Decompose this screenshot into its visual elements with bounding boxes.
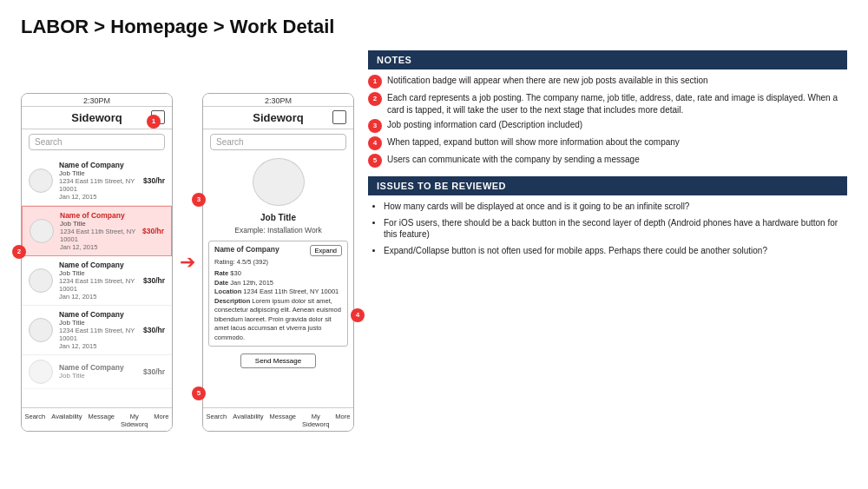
card4-title: Job Title: [59, 319, 137, 327]
note-badge-3: 3: [368, 119, 382, 133]
note-5-text: Users can communicate with the company b…: [387, 154, 640, 166]
avatar-2: [30, 219, 54, 243]
phone2-search[interactable]: Search: [210, 134, 346, 150]
job-card-4[interactable]: Name of Company Job Title 1234 East 11th…: [22, 306, 172, 355]
footer1-more[interactable]: More: [154, 413, 168, 428]
rate-value: $30: [230, 269, 241, 277]
note-badge-4: 4: [368, 136, 382, 150]
issue-1: How many cards will be displayed at once…: [384, 201, 847, 213]
card2-date: Jan 12, 2015: [60, 243, 136, 251]
footer2-message[interactable]: Message: [270, 413, 296, 428]
location-value: 1234 East 11th Street, NY 10001: [243, 287, 339, 295]
note-2-text: Each card represents a job posting. The …: [387, 92, 847, 116]
phone2: 2:30PM Sideworq Search Job Title Example…: [202, 93, 354, 432]
card5-company: Name of Company: [59, 363, 137, 372]
notes-list: 1 Notification badge will appear when th…: [368, 75, 847, 168]
issue-3: Expand/Collapse button is not often used…: [384, 245, 847, 257]
phone2-header-box: [332, 110, 346, 124]
detail-image: [253, 158, 305, 206]
card4-date: Jan 12, 2015: [59, 342, 137, 350]
detail-job-subtitle: Example: Installation Work: [208, 226, 348, 235]
card1-address: 1234 East 11th Street, NY 10001: [59, 177, 137, 193]
send-message-button[interactable]: Send Message: [240, 354, 316, 368]
description-label: Description: [214, 297, 250, 305]
card3-rate: $30/hr: [143, 276, 165, 285]
expand-button[interactable]: Expand: [310, 245, 342, 256]
issue-2: For iOS users, there should be a back bu…: [384, 217, 847, 241]
detail-company-name: Name of Company: [214, 245, 279, 255]
card1-rate: $30/hr: [143, 176, 165, 185]
card5-title: Job Title: [59, 372, 137, 380]
phone1-search[interactable]: Search: [29, 134, 165, 150]
badge-3: 3: [192, 193, 206, 207]
page-container: LABOR > Homepage > Work Detail 2 2:30PM …: [0, 0, 868, 489]
note-2: 2 Each card represents a job posting. Th…: [368, 92, 847, 116]
card4-company: Name of Company: [59, 310, 137, 319]
note-badge-1: 1: [368, 75, 382, 89]
notes-header: NOTES: [368, 50, 847, 69]
detail-job-title: Job Title: [208, 213, 348, 222]
date-label: Date: [214, 279, 228, 287]
issues-section: ISSUES TO BE REVIEWED How many cards wil…: [368, 176, 847, 256]
footer1-mysidworq[interactable]: MySideworq: [121, 413, 148, 428]
note-4: 4 When tapped, expand button will show m…: [368, 136, 847, 150]
issues-list: How many cards will be displayed at once…: [368, 201, 847, 256]
phone2-wrapper: 3 4 5 2:30PM Sideworq Search: [202, 93, 354, 432]
card3-address: 1234 East 11th Street, NY 10001: [59, 277, 137, 293]
content-row: 2 2:30PM Sideworq 1 Search: [21, 50, 847, 473]
location-label: Location: [214, 287, 241, 295]
badge-5: 5: [192, 387, 206, 400]
card5-info: Name of Company Job Title: [59, 363, 137, 380]
card1-info: Name of Company Job Title 1234 East 11th…: [59, 161, 137, 201]
job-card-1[interactable]: Name of Company Job Title 1234 East 11th…: [22, 156, 172, 206]
footer1-message[interactable]: Message: [89, 413, 115, 428]
job-card-5[interactable]: Name of Company Job Title $30/hr: [22, 355, 172, 389]
note-5: 5 Users can communicate with the company…: [368, 154, 847, 168]
phone2-header: Sideworq: [203, 106, 353, 129]
detail-card-header: Name of Company Expand: [214, 245, 342, 256]
note-1-text: Notification badge will appear when ther…: [387, 75, 708, 87]
notification-icon[interactable]: 1: [151, 110, 165, 124]
detail-rating: Rating: 4.5/5 (392): [214, 258, 342, 268]
badge-1: 1: [147, 115, 161, 129]
issues-header: ISSUES TO BE REVIEWED: [368, 176, 847, 195]
note-3: 3 Job posting information card (Descript…: [368, 119, 847, 133]
card1-date: Jan 12, 2015: [59, 193, 137, 201]
note-1: 1 Notification badge will appear when th…: [368, 75, 847, 89]
arrow-container: ➔: [180, 251, 195, 274]
note-badge-5: 5: [368, 154, 382, 168]
card5-rate: $30/hr: [143, 367, 165, 376]
footer2-mysidworq[interactable]: MySideworq: [302, 413, 329, 428]
card3-date: Jan 12, 2015: [59, 293, 137, 301]
card3-info: Name of Company Job Title 1234 East 11th…: [59, 261, 137, 301]
footer2-search[interactable]: Search: [207, 413, 227, 428]
avatar-3: [29, 268, 53, 293]
card1-company: Name of Company: [59, 161, 137, 169]
job-card-3[interactable]: Name of Company Job Title 1234 East 11th…: [22, 256, 172, 306]
card2-title: Job Title: [60, 220, 136, 228]
phone2-header-title: Sideworq: [253, 111, 304, 124]
job-card-2[interactable]: Name of Company Job Title 1234 East 11th…: [22, 206, 172, 256]
footer1-availability[interactable]: Availability: [51, 413, 82, 428]
footer2-availability[interactable]: Availability: [233, 413, 263, 428]
note-4-text: When tapped, expand button will show mor…: [387, 136, 680, 149]
card4-rate: $30/hr: [143, 326, 165, 334]
footer2-more[interactable]: More: [335, 413, 350, 428]
phone1-body: Name of Company Job Title 1234 East 11th…: [22, 155, 172, 407]
detail-card: Name of Company Expand Rating: 4.5/5 (39…: [208, 241, 348, 347]
avatar-1: [29, 169, 53, 193]
card1-title: Job Title: [59, 169, 137, 177]
phone1-footer: Search Availability Message MySideworq M…: [22, 407, 172, 431]
note-3-text: Job posting information card (Descriptio…: [387, 119, 582, 131]
phone1-wrapper: 2 2:30PM Sideworq 1 Search: [21, 93, 173, 432]
footer1-search[interactable]: Search: [25, 413, 46, 428]
notes-section: NOTES 1 Notification badge will appear w…: [368, 50, 847, 168]
card2-company: Name of Company: [60, 211, 136, 220]
card4-address: 1234 East 11th Street, NY 10001: [59, 327, 137, 342]
arrow-right-icon: ➔: [180, 251, 195, 274]
date-value: Jan 12th, 2015: [230, 279, 273, 287]
phone1-status-bar: 2:30PM: [22, 94, 172, 106]
phone2-detail-body: Job Title Example: Installation Work Nam…: [203, 155, 353, 407]
avatar-4: [29, 318, 53, 342]
avatar-5: [29, 360, 53, 384]
